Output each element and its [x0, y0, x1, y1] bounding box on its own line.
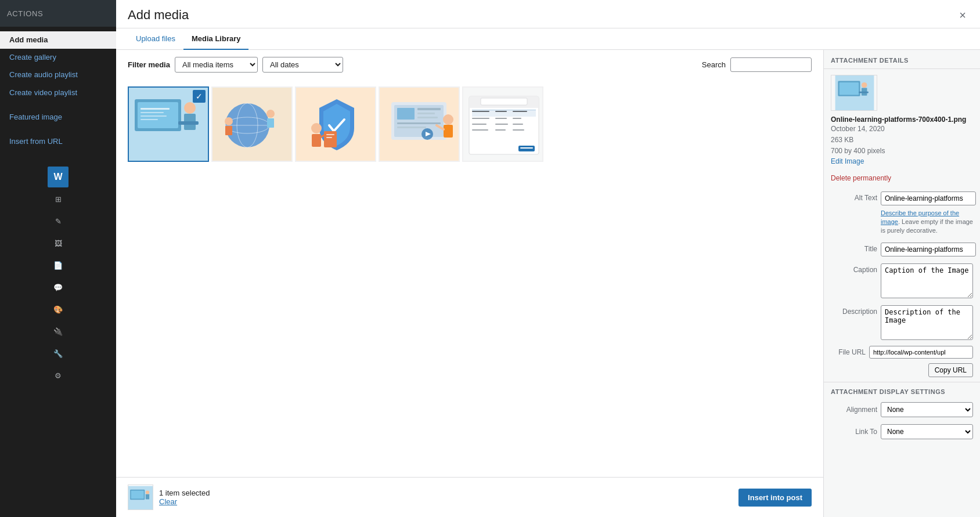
svg-rect-33: [397, 122, 441, 124]
tab-media-library[interactable]: Media Library: [183, 28, 249, 50]
link-to-label: Link To: [831, 428, 877, 436]
search-label: Search: [702, 60, 726, 69]
file-url-row: File URL: [824, 344, 980, 361]
file-url-label: File URL: [831, 348, 866, 356]
sidebar-header: Actions: [0, 0, 116, 27]
alignment-select[interactable]: None Left Center Right: [881, 402, 973, 417]
filter-label: Filter media: [128, 60, 170, 69]
alt-text-input[interactable]: [881, 191, 976, 205]
attachment-dimensions: 700 by 400 pixels: [831, 146, 885, 157]
svg-rect-68: [840, 82, 859, 95]
filter-row: Filter media All media items Images Audi…: [116, 50, 823, 79]
svg-rect-71: [859, 92, 869, 93]
svg-rect-6: [140, 108, 170, 110]
link-to-select[interactable]: None Media File Attachment Page Custom U…: [881, 424, 973, 439]
plugins-icon[interactable]: 🔌: [48, 321, 69, 342]
sidebar-item-featured-image[interactable]: Featured image: [0, 109, 116, 126]
copy-url-button[interactable]: Copy URL: [928, 363, 973, 377]
edit-image-link[interactable]: Edit Image: [831, 157, 864, 165]
svg-rect-31: [417, 113, 435, 114]
grid-item-5[interactable]: [462, 86, 543, 162]
svg-rect-29: [397, 108, 415, 120]
close-button[interactable]: ×: [957, 7, 968, 23]
sidebar-item-insert-from-url[interactable]: Insert from URL: [0, 133, 116, 150]
search-input[interactable]: [730, 57, 812, 72]
svg-rect-7: [140, 112, 164, 113]
bottom-bar: 1 item selected Clear Insert into post: [116, 477, 823, 517]
settings-icon[interactable]: ⚙: [48, 365, 69, 386]
appearance-icon[interactable]: 🎨: [48, 299, 69, 320]
grid-item-3[interactable]: [295, 86, 376, 162]
description-input[interactable]: Description of the Image: [881, 305, 973, 340]
media-icon[interactable]: 🖼: [48, 233, 69, 254]
sidebar: Actions Add media Create gallery Create …: [0, 0, 116, 517]
grid-img-2: [212, 88, 293, 162]
alt-text-note: Describe the purpose of the image. Leave…: [824, 209, 980, 239]
svg-point-20: [311, 123, 322, 133]
media-content: Filter media All media items Images Audi…: [116, 50, 980, 517]
comments-icon[interactable]: 💬: [48, 277, 69, 298]
svg-point-64: [146, 490, 149, 494]
clear-selection-button[interactable]: Clear: [159, 497, 177, 506]
grid-img-3: [296, 88, 376, 162]
selected-count-info: 1 item selected Clear: [159, 489, 210, 506]
grid-img-5: [463, 88, 543, 162]
image-grid: ✓: [116, 79, 823, 477]
svg-rect-55: [513, 124, 523, 125]
pages-icon[interactable]: 📄: [48, 255, 69, 276]
attachment-preview: Online-learning-platforms-700x400-1.png …: [824, 69, 980, 188]
description-row: Description Description of the Image: [824, 302, 980, 344]
delete-permanently-link[interactable]: Delete permanently: [831, 174, 891, 182]
svg-rect-48: [495, 111, 507, 112]
svg-point-3: [184, 102, 196, 114]
sidebar-item-create-video-playlist[interactable]: Create video playlist: [0, 84, 116, 102]
tab-upload-files[interactable]: Upload files: [128, 28, 183, 50]
svg-rect-5: [178, 121, 199, 125]
svg-rect-36: [444, 125, 453, 138]
svg-rect-46: [472, 110, 536, 110]
attachment-details-header: ATTACHMENT DETAILS: [824, 50, 980, 69]
sidebar-item-create-audio-playlist[interactable]: Create audio playlist: [0, 66, 116, 84]
posts-icon[interactable]: ✎: [48, 211, 69, 232]
svg-rect-32: [417, 117, 438, 118]
attachment-date: October 14, 2020: [831, 124, 885, 135]
caption-label: Caption: [831, 263, 877, 274]
selected-check: ✓: [193, 90, 206, 103]
title-input[interactable]: [881, 243, 976, 256]
media-type-select[interactable]: All media items Images Audio Video: [175, 57, 258, 73]
svg-rect-30: [417, 108, 441, 110]
svg-rect-8: [140, 115, 167, 117]
svg-rect-49: [513, 111, 527, 112]
svg-rect-24: [326, 134, 334, 135]
tools-icon[interactable]: 🔧: [48, 343, 69, 364]
selected-thumb-preview: [128, 485, 153, 510]
alignment-row: Alignment None Left Center Right: [824, 399, 980, 421]
search-area: Search: [702, 57, 812, 72]
insert-into-post-button[interactable]: Insert into post: [738, 489, 812, 507]
selected-count-label: 1 item selected: [159, 489, 210, 497]
sidebar-item-create-gallery[interactable]: Create gallery: [0, 49, 116, 66]
attachment-filename: Online-learning-platforms-700x400-1.png: [831, 115, 966, 124]
gallery-area: Filter media All media items Images Audi…: [116, 50, 823, 517]
title-label: Title: [831, 243, 877, 253]
wp-logo-icon: W: [48, 167, 69, 187]
grid-item-2[interactable]: [211, 86, 293, 162]
sidebar-nav: Add media Create gallery Create audio pl…: [0, 27, 116, 155]
filter-controls: Filter media All media items Images Audi…: [128, 57, 343, 73]
grid-img-4: [380, 88, 460, 162]
link-to-row: Link To None Media File Attachment Page …: [824, 421, 980, 443]
svg-rect-34: [397, 126, 426, 128]
selected-info: 1 item selected Clear: [128, 485, 210, 510]
caption-input[interactable]: Caption of the Image: [881, 263, 973, 298]
dashboard-icon[interactable]: ⊞: [48, 189, 69, 209]
svg-point-69: [862, 82, 867, 88]
svg-rect-47: [472, 111, 489, 112]
file-url-input[interactable]: [869, 346, 973, 359]
date-select[interactable]: All dates January 2021 February 2021: [262, 57, 343, 73]
grid-item-4[interactable]: [379, 86, 460, 162]
grid-item-1[interactable]: ✓: [128, 86, 209, 162]
sidebar-item-add-media[interactable]: Add media: [0, 31, 116, 49]
dialog-header: Add media ×: [116, 0, 980, 28]
svg-rect-2: [138, 102, 178, 128]
svg-rect-65: [146, 494, 149, 500]
